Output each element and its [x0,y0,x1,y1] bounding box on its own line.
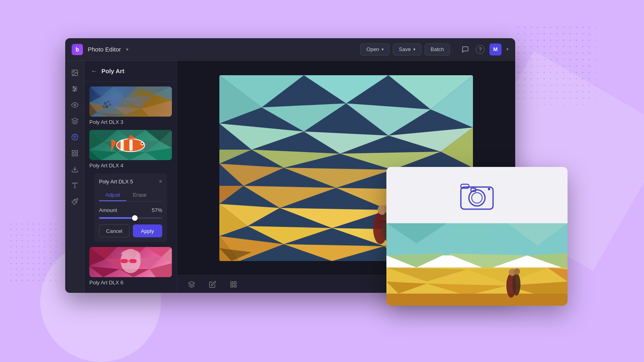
rail-icon-effects[interactable] [68,114,82,128]
svg-marker-132 [527,253,568,269]
action-buttons: Cancel Apply [99,224,162,237]
rail-icon-layers[interactable] [68,146,82,160]
svg-marker-44 [118,152,146,160]
svg-rect-11 [72,150,74,152]
svg-marker-29 [97,113,126,117]
svg-point-144 [514,268,520,275]
rail-icon-export[interactable] [68,162,82,177]
effects-list: Poly Art DLX 3 [85,82,177,293]
svg-marker-20 [138,86,172,95]
svg-marker-83 [219,164,284,186]
svg-point-143 [512,273,520,296]
svg-marker-23 [126,95,154,109]
amount-row: Amount 57% [99,207,162,213]
svg-marker-77 [304,132,388,154]
slider-fill [99,217,135,219]
panel-title: Poly Art [101,68,124,74]
panel-header: ← Poly Art [85,61,177,82]
toolbar-layers-icon[interactable] [185,278,198,291]
svg-rect-50 [130,140,133,151]
svg-point-122 [472,193,482,203]
active-effect-header: Poly Art DLX 5 × [99,178,162,185]
svg-marker-22 [101,97,126,107]
svg-rect-112 [234,285,236,287]
svg-point-6 [75,88,76,90]
svg-marker-80 [252,150,340,168]
preview-photo-area [386,223,568,306]
svg-point-31 [104,102,107,105]
svg-marker-74 [346,103,431,136]
toolbar-edit-icon[interactable] [206,278,219,291]
amount-label: Amount [99,207,117,213]
svg-marker-70 [304,75,388,103]
effect-dlx3[interactable]: Poly Art DLX 3 [89,86,172,125]
svg-marker-76 [219,123,304,150]
help-icon[interactable]: ? [476,45,485,54]
batch-button[interactable]: Batch [425,43,450,56]
icon-rail [65,61,85,293]
amount-value: 57% [152,207,162,213]
svg-marker-86 [219,186,244,204]
rail-icon-adjust[interactable] [68,82,82,96]
svg-marker-91 [280,208,388,228]
comment-icon[interactable] [460,44,471,55]
svg-point-125 [488,188,490,190]
amount-slider[interactable] [99,217,162,219]
svg-rect-14 [75,154,77,156]
rail-icon-brush[interactable] [68,194,82,209]
svg-rect-140 [386,294,568,306]
rail-icon-text[interactable] [68,178,82,193]
svg-rect-109 [231,282,233,284]
effect-thumbnail-dlx4 [89,130,172,160]
effect-dlx4[interactable]: Poly Art DLX 4 [89,130,172,169]
cancel-button[interactable]: Cancel [99,224,130,237]
svg-marker-18 [89,86,114,97]
svg-marker-87 [244,186,336,208]
svg-marker-79 [219,150,252,164]
save-button[interactable]: Save ▾ [393,43,421,56]
title-icons: ? M ▾ [460,43,509,56]
svg-rect-67 [130,259,137,263]
rail-icon-view[interactable] [68,98,82,112]
effect-tabs: Adjust Erase [99,189,162,202]
user-chevron[interactable]: ▾ [506,47,509,52]
tab-adjust[interactable]: Adjust [99,189,126,201]
svg-rect-111 [231,285,233,287]
rail-icon-image[interactable] [68,66,82,80]
header-buttons: Open ▾ Save ▾ Batch [360,43,450,56]
svg-point-35 [103,105,105,108]
effect-label-dlx6: Poly Art DLX 6 [89,280,172,286]
svg-marker-45 [146,148,172,160]
svg-point-32 [107,101,110,103]
svg-marker-73 [262,103,346,132]
svg-point-34 [109,103,111,106]
title-bar: b Photo Editor ▾ Open ▾ Save ▾ Batch [65,38,515,61]
toolbar-grid-icon[interactable] [227,278,240,291]
svg-point-1 [73,71,74,72]
svg-marker-108 [189,281,195,284]
effect-dlx6[interactable]: Poly Art DLX 6 [89,247,172,286]
apply-button[interactable]: Apply [133,224,163,237]
app-title-chevron[interactable]: ▾ [126,47,128,52]
svg-rect-49 [121,140,124,151]
svg-rect-12 [75,150,77,152]
svg-marker-131 [447,253,527,269]
svg-marker-130 [386,253,447,267]
svg-marker-98 [284,244,384,261]
effect-thumbnail-dlx3 [89,86,172,117]
rail-icon-special[interactable] [68,130,82,144]
side-panel: ← Poly Art [85,61,177,293]
user-avatar[interactable]: M [489,43,502,56]
app-title: Photo Editor [88,46,121,53]
open-button[interactable]: Open ▾ [360,43,390,56]
tab-erase[interactable]: Erase [126,189,153,201]
svg-point-5 [73,86,74,88]
slider-thumb[interactable] [132,215,138,221]
back-button[interactable]: ← [91,68,97,75]
effect-label-dlx3: Poly Art DLX 3 [89,119,172,125]
active-effect-panel: Poly Art DLX 5 × Adjust Erase Amount 57% [94,173,167,242]
svg-rect-66 [121,259,128,263]
svg-marker-21 [89,86,101,103]
close-effect-button[interactable]: × [159,178,162,185]
svg-marker-84 [284,168,392,188]
